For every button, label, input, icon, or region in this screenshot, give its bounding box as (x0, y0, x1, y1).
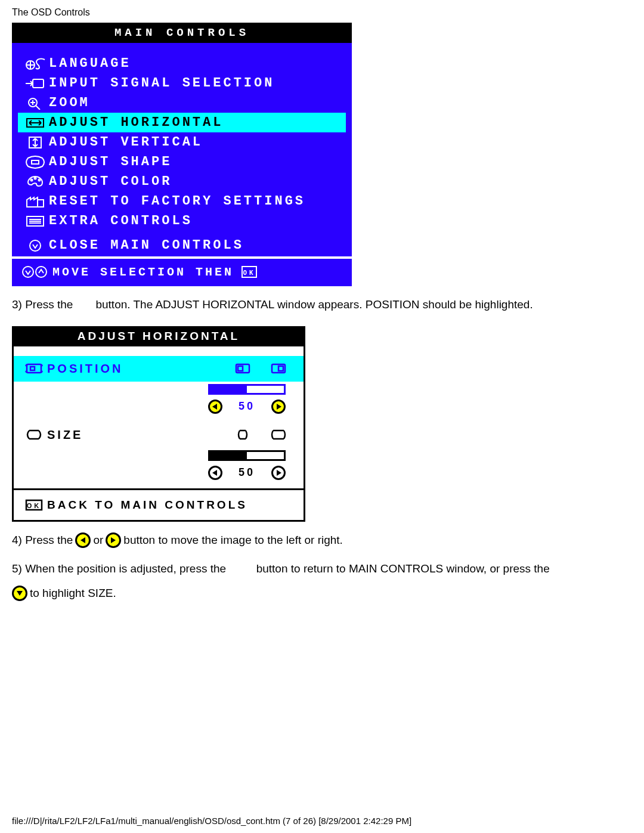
svg-rect-5 (32, 160, 39, 164)
menu-item-label: ZOOM (49, 95, 90, 110)
size-bar (208, 450, 286, 461)
size-value: 50 (239, 466, 255, 479)
position-value: 50 (239, 400, 255, 413)
menu-item-input-signal[interactable]: INPUT SIGNAL SELECTION (18, 73, 346, 93)
position-bar (208, 384, 286, 395)
size-row[interactable]: SIZE (14, 422, 304, 448)
step4-c: button to move the image to the left or … (123, 532, 343, 549)
main-controls-osd: MAIN CONTROLS LANGUAGE INPUT SIGNAL SELE… (12, 23, 352, 286)
size-narrow-icon (225, 428, 261, 441)
menu-item-adjust-horizontal[interactable]: ADJUST HORIZONTAL (18, 113, 346, 132)
svg-point-7 (35, 177, 36, 179)
menu-item-adjust-color[interactable]: ADJUST COLOR (18, 172, 346, 191)
menu-item-label: RESET TO FACTORY SETTINGS (49, 194, 305, 209)
instruction-step-3: 3) Press the button. The ADJUST HORIZONT… (12, 297, 632, 313)
size-wide-icon (261, 428, 296, 441)
menu-item-adjust-vertical[interactable]: ADJUST VERTICAL (18, 132, 346, 152)
instruction-step-4: 4) Press the or button to move the image… (12, 532, 632, 549)
menu-item-reset-factory[interactable]: RESET TO FACTORY SETTINGS (18, 191, 346, 211)
step3-b: button. The ADJUST HORIZONTAL window app… (95, 297, 532, 313)
menu-item-label: CLOSE MAIN CONTROLS (49, 238, 244, 253)
menu-item-label: ADJUST VERTICAL (49, 135, 203, 150)
position-right-icon (261, 362, 296, 375)
svg-point-12 (36, 267, 47, 277)
menu-item-extra-controls[interactable]: EXTRA CONTROLS (18, 211, 346, 231)
adjust-horizontal-icon (21, 116, 49, 129)
size-slider-block: 50 (14, 448, 304, 488)
language-icon (21, 57, 49, 70)
size-left-button[interactable] (208, 466, 222, 480)
menu-item-label: LANGUAGE (49, 56, 131, 71)
right-button-icon (106, 532, 121, 548)
menu-item-label: ADJUST HORIZONTAL (49, 115, 223, 130)
ok-icon: OK (241, 265, 258, 278)
adjust-horizontal-osd: ADJUST HORIZONTAL POSITION 50 (12, 326, 305, 522)
footer-file-path: file:///D|/rita/LF2/LF2/LFa1/multi_manua… (12, 816, 632, 833)
position-icon (21, 362, 47, 375)
step5-c: to highlight SIZE. (30, 586, 116, 602)
menu-item-label: EXTRA CONTROLS (49, 213, 193, 228)
position-row[interactable]: POSITION (14, 356, 304, 382)
svg-point-10 (30, 240, 41, 251)
svg-text:OK: OK (27, 502, 42, 509)
step3-a: 3) Press the (12, 297, 73, 313)
ok-back-icon: OK (21, 498, 47, 512)
position-right-button[interactable] (271, 400, 286, 414)
input-signal-icon (21, 77, 49, 90)
size-label: SIZE (47, 428, 225, 442)
step4-a: 4) Press the (12, 532, 73, 549)
step4-b: or (93, 532, 103, 549)
instruction-step-5: 5) When the position is adjusted, press … (12, 561, 632, 601)
footer-text: MOVE SELECTION THEN (52, 265, 234, 279)
size-right-button[interactable] (271, 466, 286, 480)
adjust-vertical-icon (21, 136, 49, 149)
menu-item-label: INPUT SIGNAL SELECTION (49, 76, 274, 91)
svg-rect-20 (278, 366, 283, 371)
svg-text:OK: OK (243, 269, 255, 277)
adjust-color-icon (21, 175, 49, 188)
size-icon (21, 428, 47, 441)
svg-point-6 (31, 179, 33, 181)
main-controls-title: MAIN CONTROLS (12, 23, 352, 43)
svg-rect-18 (238, 366, 243, 371)
left-button-icon (75, 532, 91, 548)
svg-rect-16 (30, 367, 35, 370)
position-slider-block: 50 (14, 382, 304, 422)
close-icon (21, 239, 49, 253)
down-button-icon (12, 586, 27, 601)
adjust-shape-icon (21, 156, 49, 169)
extra-controls-icon (21, 215, 49, 228)
zoom-icon (21, 97, 49, 110)
menu-item-zoom[interactable]: ZOOM (18, 93, 346, 113)
step5-b: button to return to MAIN CONTROLS window… (256, 562, 550, 575)
menu-item-label: ADJUST SHAPE (49, 154, 172, 169)
step5-a: 5) When the position is adjusted, press … (12, 562, 226, 575)
position-left-button[interactable] (208, 400, 222, 414)
menu-item-close[interactable]: CLOSE MAIN CONTROLS (18, 236, 346, 255)
up-down-icon (17, 265, 52, 279)
svg-point-11 (23, 267, 33, 277)
svg-point-8 (39, 179, 41, 181)
position-left-icon (225, 362, 261, 375)
reset-factory-icon (21, 195, 49, 208)
back-label: BACK TO MAIN CONTROLS (47, 498, 247, 512)
main-controls-footer: MOVE SELECTION THEN OK (12, 259, 352, 286)
menu-item-language[interactable]: LANGUAGE (18, 54, 346, 73)
position-label: POSITION (47, 362, 225, 376)
menu-item-label: ADJUST COLOR (49, 174, 172, 189)
adjust-horizontal-title: ADJUST HORIZONTAL (12, 326, 305, 346)
menu-item-adjust-shape[interactable]: ADJUST SHAPE (18, 152, 346, 172)
page-header: The OSD Controls (12, 0, 632, 23)
back-to-main-row[interactable]: OK BACK TO MAIN CONTROLS (14, 488, 304, 520)
svg-rect-1 (33, 79, 44, 88)
